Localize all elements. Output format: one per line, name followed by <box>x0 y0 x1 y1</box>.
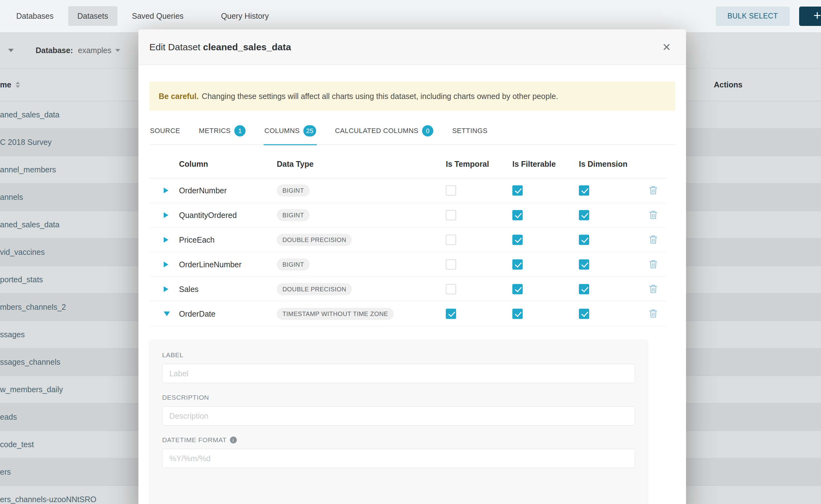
calculated-columns-count-badge: 0 <box>422 125 433 136</box>
label-field-group: LABEL <box>162 351 635 383</box>
modal-title-dataset-name: cleaned_sales_data <box>203 42 291 52</box>
is-temporal-checkbox[interactable] <box>446 309 456 319</box>
nav-item-datasets[interactable]: Datasets <box>68 6 118 26</box>
tab-settings[interactable]: SETTINGS <box>452 122 488 145</box>
is-filterable-checkbox[interactable] <box>512 235 523 245</box>
data-type-pill: TIMESTAMP WITHOUT TIME ZONE <box>277 308 393 320</box>
is-temporal-checkbox[interactable] <box>446 259 456 270</box>
column-name: OrderNumber <box>179 186 227 195</box>
delete-column-button[interactable] <box>648 259 659 270</box>
nav-item-saved-queries[interactable]: Saved Queries <box>122 6 193 26</box>
datetime-format-input[interactable] <box>162 449 635 468</box>
plus-icon: + <box>814 9 821 22</box>
column-header: Column <box>179 160 208 169</box>
description-field-group: DESCRIPTION <box>162 394 635 426</box>
expand-caret-icon[interactable] <box>164 262 168 267</box>
info-icon[interactable]: i <box>230 437 237 443</box>
top-nav: Databases Datasets Saved Queries Query H… <box>0 0 821 32</box>
column-row: Sales DOUBLE PRECISION <box>149 277 666 302</box>
is-dimension-checkbox[interactable] <box>579 259 589 270</box>
modal-title: Edit Dataset cleaned_sales_data <box>149 42 291 52</box>
is-filterable-checkbox[interactable] <box>512 259 523 270</box>
expand-caret-icon[interactable] <box>164 237 168 243</box>
is-dimension-checkbox[interactable] <box>579 309 589 319</box>
is-dimension-checkbox[interactable] <box>579 284 589 294</box>
is-temporal-header: Is Temporal <box>446 160 489 169</box>
metrics-count-badge: 1 <box>234 125 245 136</box>
label-input[interactable] <box>162 364 635 383</box>
expand-caret-icon[interactable] <box>164 212 168 218</box>
is-temporal-checkbox[interactable] <box>446 210 456 220</box>
modal-title-prefix: Edit Dataset <box>149 42 200 52</box>
data-type-pill: BIGINT <box>277 259 309 271</box>
delete-column-button[interactable] <box>648 284 659 294</box>
trash-icon <box>648 309 658 319</box>
close-button[interactable]: ✕ <box>660 40 673 54</box>
is-temporal-checkbox[interactable] <box>446 284 456 294</box>
tab-metrics-label: METRICS <box>199 127 231 135</box>
trash-icon <box>648 235 658 245</box>
columns-table-header: Column Data Type Is Temporal Is Filterab… <box>149 145 666 178</box>
modal-body: Be careful. Changing these settings will… <box>138 82 686 504</box>
expand-caret-icon[interactable] <box>164 286 168 292</box>
label-field-label-text: LABEL <box>162 351 183 359</box>
description-field-label: DESCRIPTION <box>162 394 635 401</box>
is-dimension-checkbox[interactable] <box>579 235 589 245</box>
data-type-pill: DOUBLE PRECISION <box>277 283 352 295</box>
column-name: OrderLineNumber <box>179 260 241 269</box>
is-filterable-header: Is Filterable <box>512 160 556 169</box>
trash-icon <box>648 259 658 269</box>
delete-column-button[interactable] <box>648 210 659 220</box>
tab-columns[interactable]: COLUMNS 25 <box>264 122 317 145</box>
modal-tabs: SOURCE METRICS 1 COLUMNS 25 CALCULATED C… <box>149 122 675 145</box>
add-dataset-button[interactable]: + <box>799 7 821 26</box>
is-filterable-checkbox[interactable] <box>512 185 523 196</box>
nav-item-databases[interactable]: Databases <box>7 6 63 26</box>
is-filterable-checkbox[interactable] <box>512 210 523 220</box>
is-temporal-checkbox[interactable] <box>446 235 456 245</box>
close-icon: ✕ <box>662 41 671 53</box>
is-filterable-checkbox[interactable] <box>512 284 523 294</box>
trash-icon <box>648 284 658 294</box>
datetime-format-label-text: DATETIME FORMAT <box>162 436 227 444</box>
delete-column-button[interactable] <box>648 309 659 319</box>
is-temporal-checkbox[interactable] <box>446 185 456 196</box>
is-dimension-checkbox[interactable] <box>579 210 589 220</box>
collapse-caret-icon[interactable] <box>164 312 170 316</box>
tab-settings-label: SETTINGS <box>452 127 487 135</box>
edit-dataset-modal: Edit Dataset cleaned_sales_data ✕ Be car… <box>138 29 686 504</box>
columns-count-badge: 25 <box>303 125 316 136</box>
column-name: QuantityOrdered <box>179 211 237 220</box>
modal-header: Edit Dataset cleaned_sales_data ✕ <box>138 29 686 65</box>
warning-banner-text: Changing these settings will affect all … <box>202 92 558 101</box>
description-field-label-text: DESCRIPTION <box>162 394 209 401</box>
trash-icon <box>648 210 658 220</box>
column-row: PriceEach DOUBLE PRECISION <box>149 228 666 252</box>
trash-icon <box>648 185 658 195</box>
data-type-header: Data Type <box>277 160 314 169</box>
nav-item-query-history[interactable]: Query History <box>212 6 278 26</box>
column-detail-panel: LABEL DESCRIPTION DATETIME FORMAT i <box>149 340 648 504</box>
column-name: PriceEach <box>179 235 215 245</box>
delete-column-button[interactable] <box>648 235 659 245</box>
is-dimension-checkbox[interactable] <box>579 185 589 196</box>
column-name: OrderDate <box>179 309 215 319</box>
description-input[interactable] <box>162 406 635 426</box>
tab-calculated-columns[interactable]: CALCULATED COLUMNS 0 <box>334 122 434 145</box>
warning-banner: Be careful. Changing these settings will… <box>149 82 675 111</box>
data-type-pill: BIGINT <box>277 185 309 197</box>
column-name: Sales <box>179 285 199 294</box>
tab-columns-label: COLUMNS <box>264 127 299 135</box>
data-type-pill: BIGINT <box>277 209 309 221</box>
data-type-pill: DOUBLE PRECISION <box>277 234 352 246</box>
warning-banner-bold: Be careful. <box>159 92 199 101</box>
tab-metrics[interactable]: METRICS 1 <box>198 122 246 145</box>
app-screen: Databases Datasets Saved Queries Query H… <box>0 0 821 504</box>
expand-caret-icon[interactable] <box>164 188 168 193</box>
is-filterable-checkbox[interactable] <box>512 309 523 319</box>
delete-column-button[interactable] <box>648 185 659 196</box>
tab-source[interactable]: SOURCE <box>149 122 181 145</box>
bulk-select-button[interactable]: BULK SELECT <box>716 7 790 26</box>
tab-source-label: SOURCE <box>150 127 180 135</box>
tab-calculated-columns-label: CALCULATED COLUMNS <box>335 127 418 135</box>
